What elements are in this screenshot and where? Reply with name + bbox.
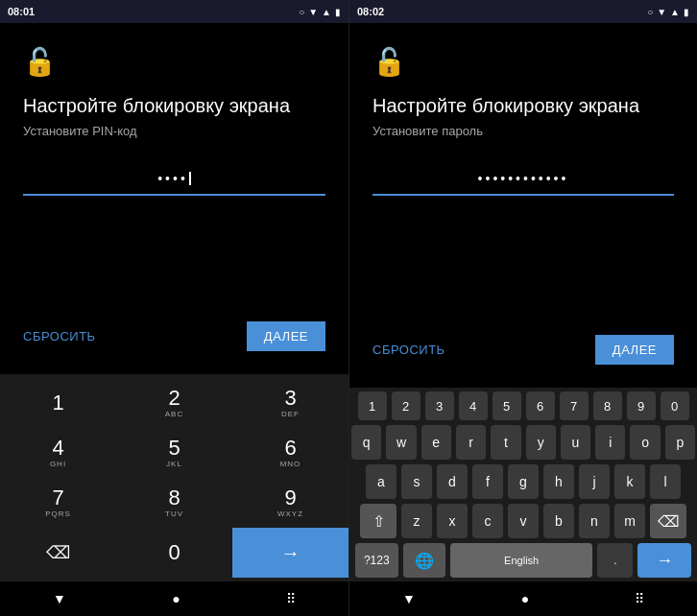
lock-icon-2: 🔓 (373, 46, 674, 78)
reset-button-2[interactable]: СБРОСИТЬ (373, 343, 445, 357)
key-v[interactable]: v (508, 504, 539, 538)
time-2: 08:02 (357, 6, 384, 17)
key-y[interactable]: y (526, 425, 556, 460)
key-p[interactable]: p (665, 425, 695, 460)
key-d[interactable]: d (437, 464, 468, 499)
menu-nav-1[interactable]: ⠿ (286, 591, 296, 606)
key-n[interactable]: n (579, 504, 610, 538)
subtitle-2: Установите пароль (373, 124, 674, 138)
key-8[interactable]: 8 TUV (116, 478, 232, 528)
globe-key[interactable]: 🌐 (403, 543, 446, 578)
main-content-2: 🔓 Настройте блокировку экрана Установите… (349, 23, 697, 388)
menu-nav-2[interactable]: ⠿ (635, 591, 644, 606)
qwerty-row2: a s d f g h j k l (351, 464, 695, 499)
key-r[interactable]: r (456, 425, 486, 460)
backspace-key[interactable]: ⌫ (650, 504, 686, 538)
back-nav-1[interactable]: ▼ (53, 591, 66, 606)
nav-bar-1: ▼ ● ⠿ (0, 581, 348, 616)
qkey-2[interactable]: 2 (392, 391, 421, 420)
home-nav-2[interactable]: ● (521, 591, 529, 606)
key-9[interactable]: 9 WXYZ (232, 478, 348, 528)
status-icons-1: ○ ▼ ▲ ▮ (299, 7, 341, 17)
key-1[interactable]: 1 (0, 378, 116, 428)
qkey-0[interactable]: 0 (661, 391, 689, 420)
shift-key[interactable]: ⇧ (360, 504, 397, 538)
signal-icon-1: ▼ (308, 7, 318, 17)
pin-dots-2: •••••••••••• (478, 169, 569, 188)
home-nav-1[interactable]: ● (172, 591, 180, 606)
circle-icon-1: ○ (299, 7, 304, 17)
space-key[interactable]: English (450, 543, 592, 578)
next-button-2[interactable]: ДАЛЕЕ (595, 335, 674, 365)
key-a[interactable]: a (366, 464, 397, 499)
num-row-4: ⌫ 0 → (0, 528, 348, 578)
key-5[interactable]: 5 JKL (116, 428, 232, 478)
lock-icon-1: 🔓 (23, 46, 325, 78)
action-row-1: СБРОСИТЬ ДАЛЕЕ (23, 321, 325, 359)
qkey-8[interactable]: 8 (593, 391, 622, 420)
key-b[interactable]: b (543, 504, 574, 538)
key-k[interactable]: k (614, 464, 645, 499)
number-row: 1 2 3 4 5 6 7 8 9 0 (351, 391, 695, 420)
key-m[interactable]: m (614, 504, 645, 538)
qkey-1[interactable]: 1 (358, 391, 387, 420)
qkey-4[interactable]: 4 (459, 391, 488, 420)
key-q[interactable]: q (351, 425, 381, 460)
key-u[interactable]: u (561, 425, 590, 460)
key-s[interactable]: s (401, 464, 432, 499)
screen2: 08:02 ○ ▼ ▲ ▮ 🔓 Настройте блокировку экр… (348, 0, 697, 616)
status-icons-2: ○ ▼ ▲ ▮ (647, 7, 689, 17)
qkey-3[interactable]: 3 (425, 391, 454, 420)
key-z[interactable]: z (401, 504, 432, 538)
key-6[interactable]: 6 MNO (232, 428, 348, 478)
pin-underline-2 (373, 194, 674, 196)
time-1: 08:01 (8, 6, 35, 17)
key-c[interactable]: c (472, 504, 503, 538)
key-delete[interactable]: ⌫ (0, 528, 116, 578)
key-3[interactable]: 3 DEF (232, 378, 348, 428)
wifi-icon-1: ▲ (322, 7, 331, 17)
reset-button-1[interactable]: СБРОСИТЬ (23, 329, 96, 344)
pin-dots-1: •••• (157, 169, 191, 188)
num-row-1: 1 2 ABC 3 DEF (0, 378, 348, 428)
special-key[interactable]: ?123 (355, 543, 398, 578)
key-e[interactable]: e (421, 425, 451, 460)
qwerty-row3: ⇧ z x c v b n m ⌫ (351, 504, 695, 538)
key-7[interactable]: 7 PQRS (0, 478, 116, 528)
key-t[interactable]: t (491, 425, 520, 460)
qwerty-keyboard: 1 2 3 4 5 6 7 8 9 0 q w e r t y u i o p … (349, 388, 697, 581)
key-j[interactable]: j (579, 464, 610, 499)
key-x[interactable]: x (437, 504, 468, 538)
bottom-row: ?123 🌐 English . → (351, 543, 695, 578)
num-row-3: 7 PQRS 8 TUV 9 WXYZ (0, 478, 348, 528)
key-2[interactable]: 2 ABC (116, 378, 232, 428)
status-bar-1: 08:01 ○ ▼ ▲ ▮ (0, 0, 348, 23)
qwerty-row1: q w e r t y u i o p (351, 425, 695, 460)
status-bar-2: 08:02 ○ ▼ ▲ ▮ (349, 0, 697, 23)
qkey-7[interactable]: 7 (560, 391, 589, 420)
key-w[interactable]: w (386, 425, 416, 460)
key-next-arrow[interactable]: → (232, 528, 348, 578)
key-4[interactable]: 4 GHI (0, 428, 116, 478)
qkey-9[interactable]: 9 (627, 391, 656, 420)
qkey-5[interactable]: 5 (493, 391, 521, 420)
enter-key[interactable]: → (637, 543, 691, 578)
key-g[interactable]: g (508, 464, 539, 499)
qkey-6[interactable]: 6 (526, 391, 555, 420)
key-i[interactable]: i (595, 425, 625, 460)
pin-underline-1 (23, 194, 325, 196)
subtitle-1: Установите PIN-код (23, 124, 325, 138)
screen1: 08:01 ○ ▼ ▲ ▮ 🔓 Настройте блокировку экр… (0, 0, 348, 616)
back-nav-2[interactable]: ▼ (402, 591, 416, 606)
period-key[interactable]: . (597, 543, 633, 578)
key-h[interactable]: h (543, 464, 574, 499)
key-l[interactable]: l (650, 464, 681, 499)
key-o[interactable]: o (630, 425, 660, 460)
key-0[interactable]: 0 (116, 528, 232, 578)
wifi-icon-2: ▲ (670, 7, 680, 17)
key-f[interactable]: f (472, 464, 503, 499)
next-button-1[interactable]: ДАЛЕЕ (247, 321, 325, 351)
num-row-2: 4 GHI 5 JKL 6 MNO (0, 428, 348, 478)
battery-icon-2: ▮ (684, 7, 689, 17)
title-1: Настройте блокировку экрана (23, 93, 325, 118)
